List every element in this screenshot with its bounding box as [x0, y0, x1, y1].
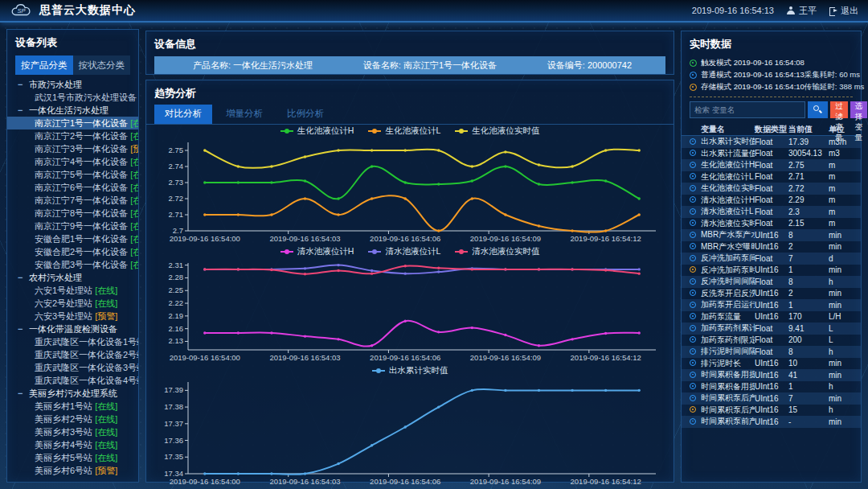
variable-row[interactable]: 出水累计实时值Float17.39m3/h — [682, 136, 861, 148]
variable-row[interactable]: 反冲洗加药泵间隔时间Float7d — [682, 253, 861, 265]
device-item[interactable]: 六安1号处理站[在线] — [7, 284, 138, 297]
device-item[interactable]: 南京江宁5号一体化设备[在线] — [7, 168, 138, 181]
device-item[interactable]: 美丽乡村4号站[在线] — [7, 438, 138, 451]
variable-row[interactable]: 反冲洗时间间隔Float8h — [682, 276, 861, 288]
device-item[interactable]: 美丽乡村2号站[在线] — [7, 413, 138, 425]
device-item[interactable]: 南京江宁4号一体化设备[在线] — [7, 155, 138, 168]
device-item[interactable]: 南京江宁3号一体化设备[预警] — [7, 142, 138, 155]
device-list-tabs: 按产品分类按状态分类 — [15, 55, 130, 75]
tree-group[interactable]: −农村污水处理 — [7, 271, 138, 284]
collapse-icon[interactable]: − — [18, 78, 29, 91]
tree-group[interactable]: −市政污水处理 — [7, 78, 138, 91]
collapse-icon[interactable]: − — [18, 104, 29, 117]
variable-row[interactable]: MBR产水空曝时间分UInt162min — [682, 241, 861, 253]
trend-tab[interactable]: 对比分析 — [154, 105, 212, 124]
variable-unit: h — [829, 405, 853, 414]
variable-unit: min — [829, 242, 853, 251]
variable-status-icon — [690, 360, 696, 366]
collapse-icon[interactable]: − — [18, 387, 29, 400]
device-item[interactable]: 重庆武隆区一体化设备1号站[预警] — [7, 335, 138, 348]
device-item[interactable]: 南京江宁6号一体化设备[在线] — [7, 181, 138, 194]
variable-row[interactable]: 加药泵开启运行时间UInt161min — [682, 299, 861, 311]
device-item[interactable]: 南京江宁9号一体化设备[在线] — [7, 220, 138, 232]
variable-status-icon — [690, 302, 696, 308]
outflow-total-chart[interactable]: 17.3417.3517.3617.3717.3817.392019-09-16… — [154, 377, 665, 488]
device-classify-tab[interactable]: 按产品分类 — [15, 55, 73, 75]
device-item[interactable]: 美丽乡村3号站[在线] — [7, 425, 138, 438]
legend-item[interactable]: 生化池液位计L — [368, 125, 440, 137]
device-classify-tab[interactable]: 按状态分类 — [73, 55, 131, 75]
select-variables-button[interactable]: 选择变量 — [850, 101, 868, 118]
device-item[interactable]: 重庆武隆区一体化设备4号站[预警] — [7, 374, 138, 387]
biochem-level-chart[interactable]: 2.72.712.722.732.742.752019-09-16 16:54:… — [154, 138, 665, 245]
variable-row[interactable]: 时间累积泵前产水电动阀分UInt16-min — [682, 416, 861, 428]
legend-marker-icon — [280, 249, 293, 255]
variable-status-icon — [690, 173, 696, 179]
legend-label: 清水池液位计L — [385, 246, 440, 257]
filter-variables-button[interactable]: 过滤变量 — [830, 101, 848, 118]
variable-row[interactable]: 排污泥时间间隔Float8h — [682, 346, 861, 358]
variable-row[interactable]: MBR产水泵产水时间分UInt168min — [682, 229, 861, 241]
variable-type: Float — [755, 254, 788, 263]
variable-row[interactable]: 清水池液位实时值Float2.15m — [682, 218, 861, 230]
variable-row[interactable]: 排污泥时长UInt1610min — [682, 358, 861, 370]
device-item[interactable]: 美丽乡村1号站[在线] — [7, 400, 138, 413]
tree-group[interactable]: −美丽乡村污水处理系统 — [7, 387, 138, 400]
collapse-icon[interactable]: − — [18, 271, 29, 284]
variable-row[interactable]: 加药泵药剂累计流量Float9.41L — [682, 323, 861, 335]
variable-row[interactable]: 出水累计流量值Float30054.13m3 — [682, 148, 861, 160]
variable-row[interactable]: 时间累积备用提升泵分UInt1641min — [682, 369, 861, 381]
variable-row[interactable]: 清水池液位计LFloat2.3m — [682, 206, 861, 218]
device-item[interactable]: 南京江宁7号一体化设备[在线] — [7, 194, 138, 207]
legend-item[interactable]: 清水池液位实时值 — [455, 246, 539, 257]
device-item[interactable]: 安徽合肥1号一体化设备[在线] — [7, 232, 138, 245]
variable-row[interactable]: 反冲洗加药泵时间UInt161min — [682, 265, 861, 277]
device-status-badge: [在线] — [130, 157, 138, 166]
variable-row[interactable]: 加药泵药剂限定值Float200L — [682, 335, 861, 347]
variable-row[interactable]: 生化池液位实时值Float2.72m — [682, 183, 861, 195]
device-item[interactable]: 六安2号处理站[在线] — [7, 297, 138, 310]
device-item[interactable]: 安徽合肥3号一体化设备[在线] — [7, 258, 138, 271]
variable-unit: m3/h — [829, 138, 853, 146]
variable-value: 8 — [788, 277, 829, 286]
device-item[interactable]: 安徽合肥2号一体化设备[在线] — [7, 245, 138, 258]
search-button[interactable] — [808, 101, 828, 118]
legend-item[interactable]: 清水池液位计H — [280, 246, 354, 257]
variable-row[interactable]: 清水池液位计HFloat2.29m — [682, 195, 861, 207]
device-item[interactable]: 六安3号处理站[预警] — [7, 310, 138, 323]
device-item[interactable]: 南京江宁8号一体化设备[在线] — [7, 207, 138, 220]
tree-group[interactable]: −一体化带温度检测设备 — [7, 323, 138, 335]
variable-row[interactable]: 时间累积泵后产水电动阀时UInt1615h — [682, 405, 861, 417]
device-item[interactable]: 美丽乡村5号站[在线] — [7, 451, 138, 464]
cleanwater-level-chart[interactable]: 2.132.162.192.222.252.282.312019-09-16 1… — [154, 258, 665, 364]
trend-tab[interactable]: 比例分析 — [276, 105, 334, 124]
variable-search-input[interactable] — [690, 101, 805, 118]
device-number: 设备编号: 200000742 — [547, 60, 632, 72]
variable-row[interactable]: 加药泵流量UInt16170L/H — [682, 311, 861, 323]
legend-item[interactable]: 清水池液位计L — [368, 246, 440, 257]
trend-tab[interactable]: 增量分析 — [215, 105, 273, 124]
device-item[interactable]: 美丽乡村6号站[预警] — [7, 464, 138, 477]
device-item[interactable]: 重庆武隆区一体化设备3号站[在线] — [7, 361, 138, 374]
legend-item[interactable]: 生化池液位实时值 — [455, 125, 539, 137]
variable-status-icon — [690, 348, 696, 355]
tree-group[interactable]: −一体化生活污水处理 — [7, 104, 138, 117]
device-item[interactable]: 南京江宁2号一体化设备[在线] — [7, 129, 138, 142]
variable-status-icon — [690, 383, 696, 389]
logout-button[interactable]: 退出 — [829, 5, 858, 17]
device-item[interactable]: 重庆武隆区一体化设备2号站[预警] — [7, 348, 138, 361]
legend-marker-icon — [368, 128, 381, 134]
variable-row[interactable]: 时间累积备用提升泵时UInt161h — [682, 381, 861, 393]
variable-name: 时间累积泵后产水电动阀时 — [701, 405, 755, 416]
collapse-icon[interactable]: − — [18, 323, 29, 335]
device-item[interactable]: 南京江宁1号一体化设备[在线] — [7, 117, 138, 129]
legend-item[interactable]: 出水累计实时值 — [372, 365, 448, 376]
variable-row[interactable]: 时间累积泵后产水电动阀分UInt167min — [682, 392, 861, 405]
device-item[interactable]: 武汉1号市政污水处理设备[离线] — [7, 91, 138, 104]
variable-row[interactable]: 生化池液位计LFloat2.71m — [682, 171, 861, 183]
user-menu[interactable]: 王平 — [787, 5, 817, 17]
legend-item[interactable]: 生化池液位计H — [280, 125, 354, 137]
variable-row[interactable]: 生化池液位计HFloat2.75m — [682, 159, 861, 171]
legend-marker-icon — [372, 368, 385, 374]
variable-row[interactable]: 反洗泵开启反洗时长UInt162min — [682, 288, 861, 300]
